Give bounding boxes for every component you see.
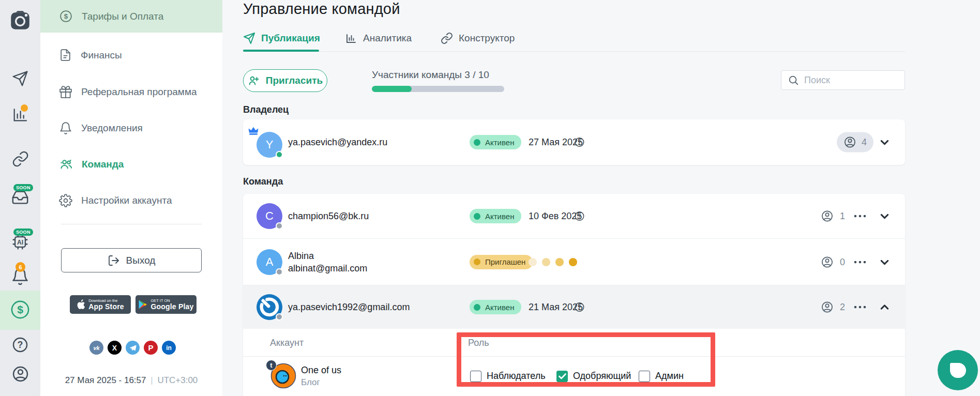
role-label: Одобряющий	[573, 371, 631, 382]
more-options-button[interactable]	[852, 301, 868, 313]
role-option-admin[interactable]: Админ	[639, 371, 684, 382]
chevron-down-icon[interactable]	[878, 136, 891, 149]
tab-label: Конструктор	[459, 33, 515, 44]
owner-card: Y ya.pasevich@yandex.ru Активен 27 Мая 2…	[243, 119, 905, 165]
checkbox-observer[interactable]	[470, 371, 481, 382]
profile-person-icon[interactable]	[0, 365, 40, 383]
x-twitter-icon[interactable]: X	[108, 341, 122, 355]
help-circle-icon[interactable]: ?	[574, 211, 585, 222]
owner-email: ya.pasevich@yandex.ru	[288, 137, 387, 148]
sidebar-divider	[61, 224, 202, 224]
sidebar-item-account-settings[interactable]: Настройки аккаунта	[40, 184, 222, 217]
checkbox-approver[interactable]	[556, 371, 568, 382]
sidebar-item-label: Команда	[82, 159, 124, 170]
sidebar-item-tariffs[interactable]: $ Тарифы и Оплата	[40, 0, 222, 33]
pinterest-icon[interactable]: P	[144, 341, 158, 355]
telegram-icon[interactable]	[126, 341, 140, 355]
links-chain-icon[interactable]	[0, 150, 40, 167]
svg-text:AI: AI	[17, 239, 23, 246]
sidebar-item-label: Тарифы и Оплата	[82, 11, 163, 22]
chat-widget-button[interactable]	[938, 350, 978, 390]
analytics-chart-icon[interactable]	[0, 106, 40, 123]
sidebar-item-label: Настройки аккаунта	[81, 195, 172, 206]
app-logo-camera-icon[interactable]	[0, 8, 40, 32]
active-tab-underline	[243, 50, 319, 52]
accounts-count-pill[interactable]: 4	[837, 132, 873, 153]
chat-bubble-icon	[950, 363, 966, 378]
role-option-approver[interactable]: Одобряющий	[556, 371, 631, 382]
accounts-count: 4	[862, 137, 867, 148]
account-name: One of us	[301, 364, 341, 376]
help-circle-icon[interactable]: ?	[574, 302, 585, 313]
inbox-icon[interactable]: SOON	[0, 189, 40, 206]
status-label: Активен	[485, 212, 514, 221]
offline-status-dot	[276, 268, 283, 276]
members-progress-fill	[372, 86, 412, 92]
status-badge: Активен	[470, 135, 521, 149]
team-member-row[interactable]: C champion56@bk.ru Активен 10 Фев 2025 ?…	[243, 194, 905, 238]
status-badge: Приглашен	[470, 255, 533, 269]
status-dot	[474, 304, 480, 311]
chevron-up-icon[interactable]	[878, 301, 891, 314]
help-question-icon[interactable]: ?	[0, 336, 40, 354]
chevron-down-icon[interactable]	[878, 255, 891, 268]
more-options-button[interactable]	[852, 256, 868, 268]
sidebar-item-referral[interactable]: Реферальная программа	[40, 75, 222, 108]
team-member-row[interactable]: A Albina albinat@gmail.com Приглашен 0	[243, 238, 905, 285]
invite-button[interactable]: Пригласить	[243, 69, 327, 92]
googleplay-badge[interactable]: GET IT ONGoogle Play	[135, 295, 197, 314]
team-member-row-expanded[interactable]: ya.pasevich1992@gmail.com Активен 21 Мая…	[243, 285, 905, 329]
logout-icon	[108, 254, 120, 267]
invite-progress-dots	[529, 258, 577, 266]
member-email: ya.pasevich1992@gmail.com	[288, 302, 410, 313]
appstore-badge[interactable]: Download on theApp Store	[70, 295, 131, 314]
sidebar-item-team[interactable]: Команда	[40, 148, 222, 180]
team-card: C champion56@bk.ru Активен 10 Фев 2025 ?…	[243, 194, 905, 396]
inbox-soon-badge: SOON	[13, 184, 33, 191]
tumblr-icon: t	[266, 360, 277, 371]
google-play-icon	[138, 299, 147, 310]
timezone-text: UTC+3:00	[157, 375, 198, 385]
account-name-block: One of us Блог	[301, 364, 341, 388]
help-circle-icon[interactable]: ?	[574, 137, 585, 148]
owner-row[interactable]: Y ya.pasevich@yandex.ru Активен 27 Мая 2…	[243, 119, 905, 165]
status-dot	[474, 213, 480, 220]
vk-icon[interactable]: vk	[89, 341, 103, 355]
checkbox-admin[interactable]	[639, 371, 650, 382]
member-name-block: Albina albinat@gmail.com	[288, 250, 367, 275]
logout-button[interactable]: Выход	[61, 248, 202, 272]
person-add-icon	[248, 74, 260, 87]
role-column-label: Роль	[468, 337, 489, 348]
tab-publication[interactable]: Публикация	[243, 32, 320, 44]
billing-dollar-icon[interactable]: $	[0, 299, 40, 321]
svg-text:$: $	[64, 12, 68, 20]
search-input[interactable]	[804, 75, 898, 86]
tab-constructor[interactable]: Конструктор	[441, 32, 515, 44]
status-label: Активен	[485, 303, 514, 312]
role-label: Админ	[655, 371, 684, 382]
appstore-line2: App Store	[88, 303, 124, 310]
owner-section-label: Владелец	[243, 104, 289, 115]
ai-chip-icon[interactable]: AI SOON	[0, 233, 40, 251]
dollar-circle-icon: $	[59, 9, 73, 23]
avatar-gravatar	[257, 294, 282, 320]
chevron-down-icon[interactable]	[878, 210, 891, 223]
svg-text:?: ?	[578, 139, 581, 145]
gift-icon	[59, 85, 72, 99]
expanded-detail-header: Аккаунт Роль	[243, 329, 905, 357]
offline-status-dot	[276, 222, 283, 230]
sidebar-item-finance[interactable]: Финансы	[40, 39, 222, 71]
avatar: C	[257, 203, 282, 229]
notifications-bell-icon[interactable]: 6	[0, 267, 40, 286]
role-option-observer[interactable]: Наблюдатель	[470, 371, 546, 382]
publish-plane-icon[interactable]	[0, 70, 40, 87]
tab-analytics[interactable]: Аналитика	[345, 32, 412, 44]
sidebar-item-label: Финансы	[81, 50, 122, 61]
more-options-button[interactable]	[852, 210, 868, 222]
person-circle-icon	[843, 136, 856, 149]
sidebar-item-notifications[interactable]: Уведомления	[40, 112, 222, 144]
sidebar-item-label: Уведомления	[81, 123, 143, 134]
svg-text:?: ?	[578, 213, 581, 219]
accounts-count: 2	[840, 302, 845, 313]
linkedin-icon[interactable]: in	[162, 341, 176, 355]
